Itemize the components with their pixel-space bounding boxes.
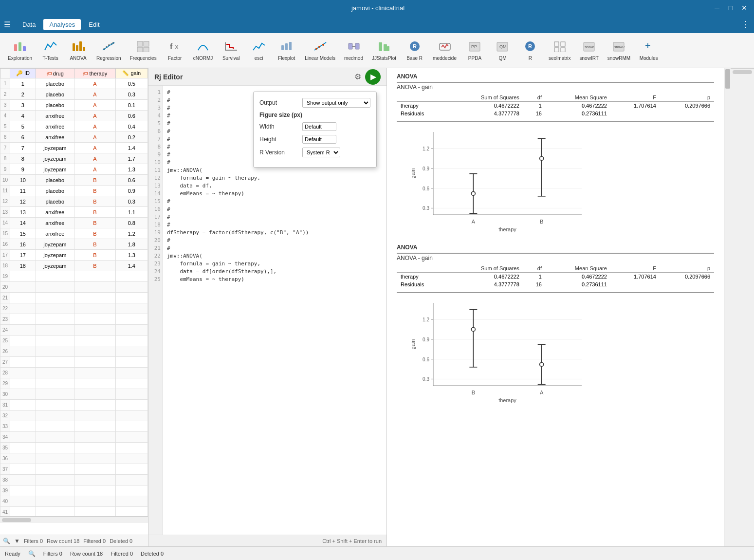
menu-more[interactable]: ⋮: [741, 19, 750, 30]
output-select[interactable]: Show output only Show code and output Sh…: [302, 98, 370, 108]
toolbar-anova[interactable]: ANOVA: [65, 38, 92, 63]
cell-drug[interactable]: joyzepam: [36, 239, 74, 250]
toolbar-ppda[interactable]: PP PPDA: [461, 38, 488, 63]
cell-gain[interactable]: 1.4: [115, 261, 147, 271]
table-row[interactable]: 1717joyzepamB1.3: [0, 250, 148, 261]
table-row[interactable]: 88joyzepamA1.7: [0, 153, 148, 164]
cell-id[interactable]: 9: [10, 164, 36, 175]
vertical-scrollbar[interactable]: [724, 68, 731, 546]
toolbar-seolmatrix[interactable]: seolmatrix: [545, 38, 575, 63]
cell-gain[interactable]: 0.6: [115, 175, 147, 186]
cell-therapy[interactable]: B: [74, 261, 116, 271]
table-row[interactable]: 55anxifreeA0.4: [0, 121, 148, 132]
table-row[interactable]: 77joyzepamA1.4: [0, 143, 148, 153]
toolbar-qm[interactable]: QM QM: [489, 38, 516, 63]
width-input[interactable]: [302, 122, 336, 131]
toolbar-flexplot[interactable]: Flexplot: [273, 38, 300, 63]
menu-data[interactable]: Data: [17, 19, 41, 30]
maximize-button[interactable]: □: [726, 4, 736, 12]
cell-drug[interactable]: anxifree: [36, 111, 74, 121]
cell-therapy[interactable]: A: [74, 78, 116, 89]
table-row[interactable]: 1616joyzepamB1.8: [0, 239, 148, 250]
cell-id[interactable]: 5: [10, 121, 36, 132]
settings-gear-icon[interactable]: ⚙: [354, 72, 361, 81]
cell-id[interactable]: 14: [10, 218, 36, 228]
cell-gain[interactable]: 0.2: [115, 132, 147, 143]
scroll-thumb[interactable]: [725, 69, 730, 89]
cell-gain[interactable]: 1.2: [115, 228, 147, 239]
toolbar-frequencies[interactable]: Frequencies: [126, 38, 161, 63]
cell-gain[interactable]: 0.3: [115, 196, 147, 207]
cell-therapy[interactable]: B: [74, 196, 116, 207]
cell-id[interactable]: 3: [10, 100, 36, 111]
cell-therapy[interactable]: A: [74, 132, 116, 143]
cell-drug[interactable]: anxifree: [36, 121, 74, 132]
table-row[interactable]: 1212placeboB0.3: [0, 196, 148, 207]
cell-therapy[interactable]: A: [74, 111, 116, 121]
cell-id[interactable]: 11: [10, 186, 36, 196]
toolbar-jjstatsplot[interactable]: JJStatsPlot: [368, 38, 400, 63]
cell-therapy[interactable]: A: [74, 143, 116, 153]
toolbar-esci[interactable]: esci: [245, 38, 272, 63]
cell-drug[interactable]: joyzepam: [36, 250, 74, 261]
toolbar-meddecide[interactable]: meddecide: [429, 38, 460, 63]
cell-gain[interactable]: 1.7: [115, 153, 147, 164]
cell-therapy[interactable]: B: [74, 239, 116, 250]
cell-drug[interactable]: anxifree: [36, 207, 74, 218]
cell-drug[interactable]: placebo: [36, 78, 74, 89]
cell-id[interactable]: 16: [10, 239, 36, 250]
cell-id[interactable]: 2: [10, 89, 36, 100]
toolbar-r[interactable]: R R: [517, 38, 544, 63]
cell-therapy[interactable]: A: [74, 153, 116, 164]
toolbar-exploration[interactable]: Exploration: [4, 38, 36, 63]
menu-edit[interactable]: Edit: [83, 19, 105, 30]
cell-therapy[interactable]: B: [74, 250, 116, 261]
cell-id[interactable]: 6: [10, 132, 36, 143]
cell-therapy[interactable]: B: [74, 218, 116, 228]
cell-drug[interactable]: placebo: [36, 175, 74, 186]
cell-gain[interactable]: 1.8: [115, 239, 147, 250]
cell-therapy[interactable]: A: [74, 100, 116, 111]
run-button[interactable]: ▶: [365, 69, 381, 85]
col-header-therapy[interactable]: 🏷 therapy: [74, 69, 116, 78]
toolbar-regression[interactable]: Regression: [92, 38, 125, 63]
cell-id[interactable]: 12: [10, 196, 36, 207]
output-scrollbar[interactable]: [731, 68, 754, 75]
cell-id[interactable]: 15: [10, 228, 36, 239]
col-header-drug[interactable]: 🏷 drug: [36, 69, 74, 78]
cell-gain[interactable]: 0.8: [115, 218, 147, 228]
cell-gain[interactable]: 1.3: [115, 164, 147, 175]
toolbar-snowirt[interactable]: snow snowIRT: [576, 38, 603, 63]
hamburger-menu[interactable]: ☰: [4, 20, 11, 29]
cell-id[interactable]: 17: [10, 250, 36, 261]
cell-drug[interactable]: anxifree: [36, 218, 74, 228]
cell-drug[interactable]: placebo: [36, 186, 74, 196]
toolbar-linearmodels[interactable]: Linear Models: [301, 38, 339, 63]
cell-id[interactable]: 13: [10, 207, 36, 218]
cell-gain[interactable]: 0.6: [115, 111, 147, 121]
table-row[interactable]: 44anxifreeA0.6: [0, 111, 148, 121]
cell-drug[interactable]: placebo: [36, 89, 74, 100]
cell-drug[interactable]: joyzepam: [36, 143, 74, 153]
cell-therapy[interactable]: B: [74, 207, 116, 218]
cell-gain[interactable]: 0.4: [115, 121, 147, 132]
cell-id[interactable]: 10: [10, 175, 36, 186]
toolbar-ttests[interactable]: T-Tests: [37, 38, 64, 63]
toolbar-factor[interactable]: f x Factor: [162, 38, 188, 63]
cell-drug[interactable]: placebo: [36, 196, 74, 207]
cell-id[interactable]: 8: [10, 153, 36, 164]
cell-gain[interactable]: 1.4: [115, 143, 147, 153]
cell-id[interactable]: 7: [10, 143, 36, 153]
table-row[interactable]: 1010placeboB0.6: [0, 175, 148, 186]
window-controls[interactable]: ─ □ ✕: [712, 4, 749, 12]
cell-therapy[interactable]: A: [74, 164, 116, 175]
cell-gain[interactable]: 0.9: [115, 186, 147, 196]
toolbar-cnormj[interactable]: cNORMJ: [189, 38, 217, 63]
table-row[interactable]: 1313anxifreeB1.1: [0, 207, 148, 218]
toolbar-snowrmm[interactable]: snowR snowRMM: [604, 38, 634, 63]
cell-drug[interactable]: joyzepam: [36, 164, 74, 175]
cell-gain[interactable]: 1.1: [115, 207, 147, 218]
cell-id[interactable]: 4: [10, 111, 36, 121]
height-input[interactable]: [302, 135, 336, 144]
cell-drug[interactable]: joyzepam: [36, 261, 74, 271]
